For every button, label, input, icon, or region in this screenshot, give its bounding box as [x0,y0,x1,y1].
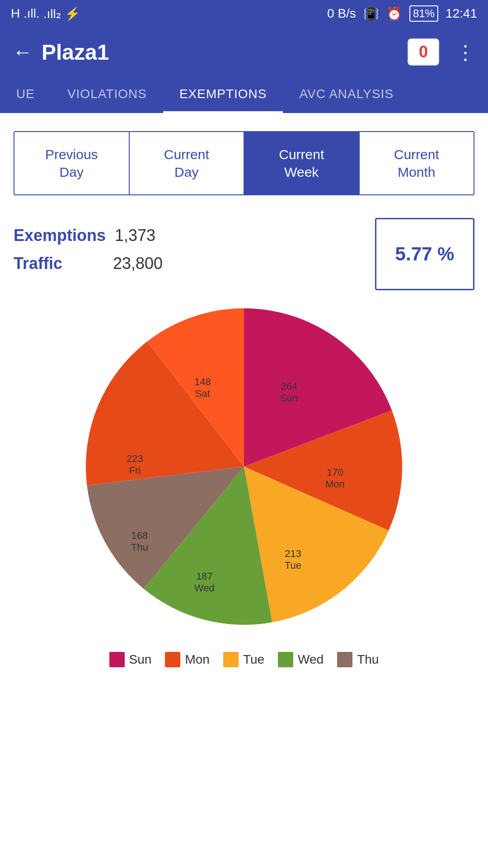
traffic-value: 23,800 [113,254,163,273]
tab-exemptions[interactable]: EXEMPTIONS [163,77,283,113]
label-tue: 213Tue [285,548,301,571]
legend-thu: Thu [337,652,379,667]
signal-icon: H .ıll. [11,6,40,21]
label-mon: 170Mon [325,467,345,490]
legend-tue: Tue [223,652,264,667]
label-wed: 187Wed [194,571,215,594]
legend-color-wed [278,652,293,667]
usb-icon: ⚡ [65,6,80,21]
exemptions-label: Exemptions [14,226,106,245]
pie-labels: 264Sun 170Mon 213Tue 187Wed 168Thu 223Fr… [86,326,402,643]
more-options-button[interactable]: ⋮ [455,41,475,64]
traffic-stat: Traffic 23,800 [14,254,163,273]
tab-bar: UE VIOLATIONS EXEMPTIONS AVC ANALYSIS [0,77,488,113]
period-current-month[interactable]: CurrentMonth [360,132,474,194]
legend-wed: Wed [278,652,324,667]
stats-left: Exemptions 1,373 Traffic 23,800 [14,226,163,282]
signal2-icon: .ıll₂ [43,6,61,21]
legend-mon: Mon [165,652,209,667]
tab-violations[interactable]: VIOLATIONS [51,77,163,113]
legend-color-thu [337,652,352,667]
label-thu: 168Thu [131,530,148,553]
label-fri: 223Fri [127,453,143,476]
notification-badge[interactable]: 0 [408,38,439,66]
legend-label-sun: Sun [129,652,152,667]
legend-color-sun [109,652,125,667]
legend-color-mon [165,652,180,667]
stats-row: Exemptions 1,373 Traffic 23,800 5.77 % [14,218,474,290]
status-bar-right: 0 B/s 📳 ⏰ 81% 12:41 [327,5,477,22]
chart-legend: Sun Mon Tue Wed Thu [14,643,474,676]
legend-label-mon: Mon [185,652,209,667]
status-bar-left: H .ıll. .ıll₂ ⚡ [11,6,80,21]
vibrate-icon: 📳 [363,6,379,21]
tab-revenue[interactable]: UE [0,77,51,113]
back-button[interactable]: ← [13,41,33,63]
network-speed: 0 B/s [327,6,356,21]
main-content: PreviousDay CurrentDay CurrentWeek Curre… [0,113,488,694]
legend-color-tue [223,652,239,667]
tab-avc-analysis[interactable]: AVC ANALYSIS [283,77,410,113]
alarm-icon: ⏰ [386,6,402,21]
legend-sun: Sun [109,652,152,667]
legend-label-wed: Wed [298,652,324,667]
label-sun: 264Sun [280,381,298,404]
status-bar: H .ıll. .ıll₂ ⚡ 0 B/s 📳 ⏰ 81% 12:41 [0,0,488,27]
period-current-week[interactable]: CurrentWeek [244,132,360,194]
battery-indicator: 81% [409,5,438,22]
clock: 12:41 [446,6,477,21]
exemptions-stat: Exemptions 1,373 [14,226,163,245]
period-previous-day[interactable]: PreviousDay [14,132,130,194]
label-sat: 148Sat [194,376,211,400]
period-selector: PreviousDay CurrentDay CurrentWeek Curre… [14,131,474,195]
traffic-label: Traffic [14,254,104,273]
period-current-day[interactable]: CurrentDay [130,132,245,194]
legend-label-thu: Thu [357,652,379,667]
percentage-box: 5.77 % [375,218,474,290]
page-title: Plaza1 [42,40,399,65]
legend-label-tue: Tue [243,652,264,667]
app-header: ← Plaza1 0 ⋮ [0,27,488,77]
exemptions-value: 1,373 [115,226,155,245]
